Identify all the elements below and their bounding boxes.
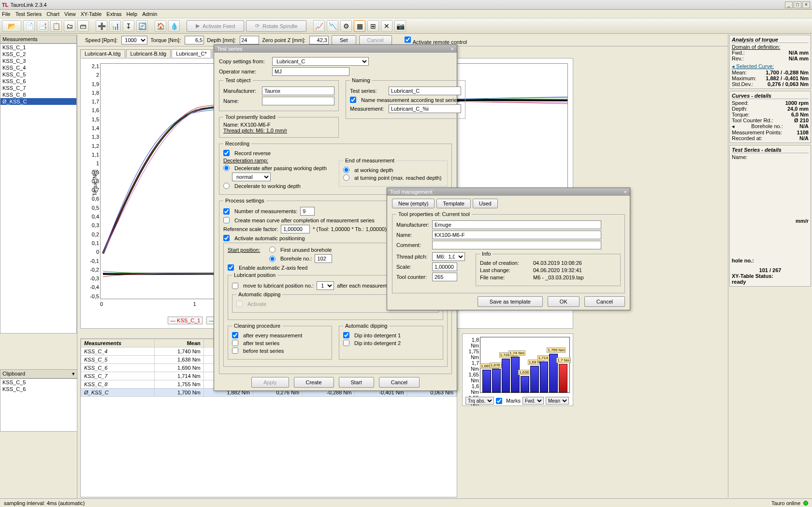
doc-plus-icon[interactable]: ➕ <box>96 20 107 32</box>
list-item[interactable]: KSS_C_4 <box>0 64 76 71</box>
open-icon[interactable]: 📂 <box>2 20 21 32</box>
stack2-icon[interactable]: 🗃 <box>77 20 89 32</box>
measurements-list[interactable]: KSS_C_1 KSS_C_2 KSS_C_3 KSS_C_4 KSS_C_5 … <box>0 43 77 333</box>
speed-select[interactable]: 1000 <box>121 36 147 44</box>
stack-icon[interactable]: 🗂 <box>64 20 75 32</box>
close-button[interactable]: × <box>802 1 810 8</box>
depth-input[interactable] <box>240 36 259 44</box>
tool-mfg-input[interactable] <box>432 220 601 229</box>
menu-xytable[interactable]: XY-Table <box>81 11 102 17</box>
tool-cancel-button[interactable]: Cancel <box>584 296 625 307</box>
dir-select[interactable]: Fwd. <box>522 397 544 405</box>
remote-checkbox[interactable] <box>405 35 411 44</box>
list-item-selected[interactable]: Ø_KSS_C <box>0 98 76 105</box>
menu-extras[interactable]: Extras <box>106 11 121 17</box>
clean-before-series-checkbox[interactable] <box>232 348 238 354</box>
maximize-button[interactable]: □ <box>794 1 801 8</box>
minimize-button[interactable]: _ <box>785 1 793 8</box>
tool-scale-input[interactable] <box>432 262 457 271</box>
zero-icon[interactable]: ↧ <box>123 20 134 32</box>
create-button[interactable]: Create <box>294 377 334 388</box>
close-icon[interactable]: × <box>624 189 627 195</box>
menu-view[interactable]: View <box>64 11 76 17</box>
record-reverse-checkbox[interactable] <box>223 150 230 156</box>
decel-mode-select[interactable]: normal <box>232 173 271 181</box>
tool-comment-input[interactable] <box>432 241 601 249</box>
drop-icon[interactable]: 💧 <box>168 20 180 32</box>
menu-admin[interactable]: Admin <box>142 11 157 17</box>
trq-mode-select[interactable]: Trq abs. <box>465 397 494 405</box>
num-meas-input[interactable] <box>300 207 315 216</box>
dip1-checkbox[interactable] <box>343 332 349 338</box>
close-icon[interactable]: × <box>451 46 454 52</box>
list-item[interactable]: KSS_C_1 <box>0 44 76 51</box>
tab-lubricant-b[interactable]: Lubricant-B.tdg <box>126 49 171 58</box>
stat-select[interactable]: Mean <box>546 397 569 405</box>
marks-checkbox[interactable] <box>496 398 502 404</box>
eom-working-radio[interactable] <box>343 167 349 173</box>
graph2-icon[interactable]: 📉 <box>327 20 338 32</box>
grid-icon[interactable]: ▦ <box>354 20 365 32</box>
camera-icon[interactable]: 📷 <box>394 20 406 32</box>
used-button[interactable]: Used <box>473 199 498 208</box>
gear-icon[interactable]: ⚙ <box>340 20 352 32</box>
home-icon[interactable]: 🏠 <box>155 20 166 32</box>
ok-button[interactable]: OK <box>548 296 580 307</box>
cancel-button[interactable]: Cancel <box>359 35 392 45</box>
dip2-checkbox[interactable] <box>343 340 349 346</box>
list-item[interactable]: KSS_C_6 <box>0 78 76 85</box>
menu-chart[interactable]: Chart <box>46 11 59 17</box>
graph1-icon[interactable]: 📈 <box>313 20 325 32</box>
measurement-name-input[interactable] <box>389 104 461 113</box>
decel-to-radio[interactable] <box>223 183 230 189</box>
menu-testseries[interactable]: Test Series <box>15 11 42 17</box>
snap-icon[interactable]: ✕ <box>381 20 392 32</box>
tool-name-input[interactable] <box>432 231 601 239</box>
zero-input[interactable] <box>309 36 329 44</box>
clipboard-dropdown-icon[interactable]: ▾ <box>72 371 75 377</box>
copy-icon[interactable]: 📑 <box>37 20 48 32</box>
tool-counter-input[interactable] <box>432 273 457 281</box>
save-template-button[interactable]: Save as template <box>478 296 543 307</box>
clean-after-each-checkbox[interactable] <box>232 332 238 338</box>
list-item[interactable]: KSS_C_6 <box>0 386 77 392</box>
activate-feed-button[interactable]: ▶Activate Feed <box>187 20 244 32</box>
apply-button[interactable]: Apply <box>251 377 289 388</box>
start-bore-radio[interactable] <box>269 256 276 262</box>
manufacturer-input[interactable] <box>262 87 334 95</box>
list-item[interactable]: KSS_C_5 <box>0 379 77 386</box>
clean-after-series-checkbox[interactable] <box>232 340 238 346</box>
bar-chart[interactable]: 1,8 Nm1,75 Nm1,7 Nm1,65 Nm1,6 Nm1,55 Nm … <box>462 333 573 406</box>
start-button[interactable]: Start <box>339 377 374 388</box>
menu-help[interactable]: Help <box>127 11 138 17</box>
tab-lubricant-c[interactable]: Lubricant_C* <box>172 49 211 58</box>
lubno-select[interactable]: 1 <box>317 281 334 290</box>
num-meas-checkbox[interactable] <box>223 208 230 215</box>
clipboard-list[interactable]: KSS_C_5 KSS_C_6 <box>0 378 77 432</box>
dlg-cancel-button[interactable]: Cancel <box>379 377 420 388</box>
mean-curve-checkbox[interactable] <box>223 217 230 223</box>
testseries-name-input[interactable] <box>389 87 461 95</box>
list-item[interactable]: KSS_C_3 <box>0 58 76 64</box>
zfeed-checkbox[interactable] <box>228 264 234 271</box>
autopos-checkbox[interactable] <box>223 235 230 241</box>
new-empty-button[interactable]: New (empty) <box>392 199 435 208</box>
start-first-radio[interactable] <box>269 246 276 253</box>
list-item[interactable]: KSS_C_8 <box>0 91 76 98</box>
start-bore-input[interactable] <box>315 254 332 263</box>
list-item[interactable]: KSS_C_5 <box>0 71 76 78</box>
lubmove-checkbox[interactable] <box>232 283 238 289</box>
torque-input[interactable] <box>185 36 204 44</box>
chart-icon[interactable]: 📊 <box>109 20 121 32</box>
testobj-name-input[interactable] <box>262 97 334 105</box>
scale-input[interactable] <box>281 225 310 233</box>
set-button[interactable]: Set <box>332 35 356 45</box>
name-measurement-checkbox[interactable] <box>350 97 356 103</box>
refresh-icon[interactable]: 🔄 <box>136 20 148 32</box>
list-item[interactable]: KSS_C_2 <box>0 51 76 58</box>
operator-input[interactable] <box>272 67 349 76</box>
template-button[interactable]: Template <box>436 199 471 208</box>
doc-icon[interactable]: 📄 <box>23 20 35 32</box>
rotate-spindle-button[interactable]: ⟳Rotate Spindle <box>246 20 306 32</box>
tab-lubricant-a[interactable]: Lubricant-A.tdg <box>80 49 125 58</box>
